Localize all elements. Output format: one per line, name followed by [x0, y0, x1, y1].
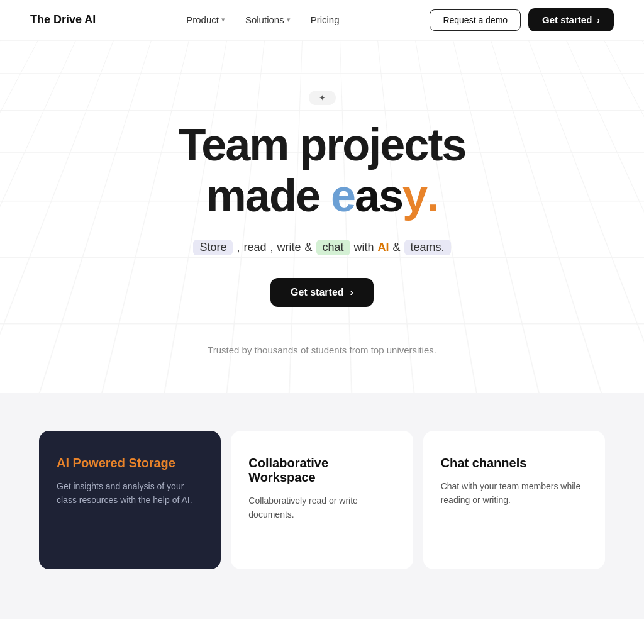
- hero-section: ✦ Team projects made easy. Store , read …: [0, 40, 644, 393]
- get-started-hero-button[interactable]: Get started ›: [270, 278, 374, 307]
- feature-title-ai-storage: AI Powered Storage: [57, 456, 203, 470]
- get-started-nav-button[interactable]: Get started ›: [528, 8, 614, 31]
- feature-desc-collaborative: Collaboratively read or write documents.: [248, 494, 395, 522]
- tag-ai: AI: [378, 241, 389, 254]
- tag-teams: teams.: [404, 240, 451, 255]
- hero-badge: ✦: [309, 91, 336, 105]
- nav-cta-group: Request a demo Get started ›: [430, 8, 614, 31]
- letter-e: e: [331, 170, 355, 222]
- nav-pricing[interactable]: Pricing: [311, 14, 340, 25]
- arrow-right-icon: ›: [350, 287, 353, 298]
- brand-logo[interactable]: The Drive AI: [30, 13, 96, 26]
- feature-title-collaborative: Collaborative Workspace: [248, 456, 395, 485]
- tag-read: read: [243, 241, 266, 254]
- navbar: The Drive AI Product ▾ Solutions ▾ Prici…: [0, 0, 644, 40]
- trust-text: Trusted by thousands of students from to…: [15, 345, 629, 355]
- features-grid: AI Powered Storage Get insights and anal…: [39, 431, 605, 569]
- letter-s: s: [379, 170, 402, 222]
- feature-desc-ai-storage: Get insights and analysis of your class …: [57, 479, 203, 508]
- chevron-down-icon: ▾: [221, 16, 225, 24]
- hero-word-easy: easy.: [331, 170, 438, 222]
- request-demo-button[interactable]: Request a demo: [430, 9, 521, 31]
- feature-chat-channels: Chat channels Chat with your team member…: [423, 431, 605, 569]
- letter-y: y: [402, 170, 426, 222]
- feature-desc-chat: Chat with your team members while readin…: [441, 479, 587, 508]
- feature-ai-storage: AI Powered Storage Get insights and anal…: [39, 431, 221, 569]
- chevron-down-icon: ▾: [287, 16, 291, 24]
- feature-collaborative: Collaborative Workspace Collaboratively …: [231, 431, 413, 569]
- feature-title-chat: Chat channels: [441, 456, 587, 470]
- nav-solutions[interactable]: Solutions ▾: [245, 14, 291, 25]
- nav-links: Product ▾ Solutions ▾ Pricing: [186, 14, 339, 25]
- hero-tags: Store , read , write & chat with AI & te…: [15, 240, 629, 255]
- hero-title-line2: made easy.: [15, 170, 629, 222]
- tag-store: Store: [193, 240, 233, 255]
- hero-title-line1: Team projects: [15, 120, 629, 170]
- tag-write: write: [277, 241, 301, 254]
- tag-chat: chat: [316, 240, 350, 255]
- nav-product[interactable]: Product ▾: [186, 14, 225, 25]
- letter-a: a: [355, 170, 379, 222]
- features-section: AI Powered Storage Get insights and anal…: [0, 393, 644, 619]
- bottom-section: [0, 619, 644, 644]
- letter-dot: .: [426, 170, 438, 222]
- arrow-right-icon: ›: [597, 15, 600, 25]
